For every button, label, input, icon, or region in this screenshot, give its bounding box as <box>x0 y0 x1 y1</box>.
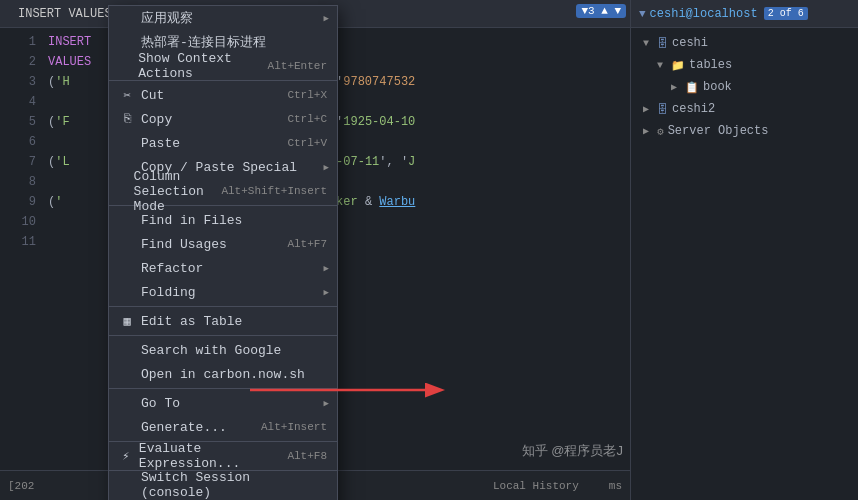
menu-item-goto[interactable]: Go To <box>109 391 337 415</box>
context-menu: 应用观察 热部署-连接目标进程 Show Context Actions Alt… <box>108 5 338 500</box>
edit-table-icon: ▦ <box>119 314 135 329</box>
book-label: book <box>703 80 732 94</box>
copy-icon: ⎘ <box>119 112 135 126</box>
menu-item-copy[interactable]: ⎘ Copy Ctrl+C <box>109 107 337 131</box>
evaluate-icon: ⚡ <box>119 449 133 464</box>
tree-arrow-book: ▶ <box>671 81 685 93</box>
menu-label: Column Selection Mode <box>134 169 222 214</box>
menu-label: Cut <box>141 88 164 103</box>
menu-label: Folding <box>141 285 196 300</box>
server-objects-icon: ⚙ <box>657 125 664 138</box>
separator-3 <box>109 306 337 307</box>
menu-label: Edit as Table <box>141 314 242 329</box>
tree-arrow-server-objects: ▶ <box>643 125 657 137</box>
status-text: [202 <box>8 480 34 492</box>
server-objects-label: Server Objects <box>668 124 769 138</box>
menu-item-refactor[interactable]: Refactor <box>109 256 337 280</box>
status-ms: ms <box>609 480 622 492</box>
watermark-text: 知乎 @程序员老J <box>522 443 623 458</box>
menu-item-find-files[interactable]: Find in Files <box>109 208 337 232</box>
menu-item-find-usages[interactable]: Find Usages Alt+F7 <box>109 232 337 256</box>
menu-item-evaluate[interactable]: ⚡ Evaluate Expression... Alt+F8 <box>109 444 337 468</box>
ceshi-db-icon: 🗄 <box>657 37 668 50</box>
shortcut-label: Ctrl+C <box>287 113 327 125</box>
menu-label: 热部署-连接目标进程 <box>141 33 266 51</box>
menu-item-edit-as-table[interactable]: ▦ Edit as Table <box>109 309 337 333</box>
connection-label: ceshi@localhost <box>650 7 758 21</box>
tree-item-ceshi2[interactable]: ▶ 🗄 ceshi2 <box>631 98 858 120</box>
ceshi2-label: ceshi2 <box>672 102 715 116</box>
menu-label: Open in carbon.now.sh <box>141 367 305 382</box>
tree-item-ceshi[interactable]: ▼ 🗄 ceshi <box>631 32 858 54</box>
menu-label: Switch Session (console) <box>141 470 327 500</box>
db-tree: ▼ 🗄 ceshi ▼ 📁 tables ▶ 📋 book ▶ 🗄 ceshi2 <box>631 28 858 146</box>
menu-label: Generate... <box>141 420 227 435</box>
menu-label: Show Context Actions <box>138 51 267 81</box>
menu-item-apply-observe[interactable]: 应用观察 <box>109 6 337 30</box>
tables-icon: 📁 <box>671 59 685 72</box>
menu-item-show-context[interactable]: Show Context Actions Alt+Enter <box>109 54 337 78</box>
version-badge-label: ▼3 ▲ ▼ <box>581 5 621 17</box>
tree-arrow-ceshi2: ▶ <box>643 103 657 115</box>
line-numbers: 1 2 3 4 5 6 7 8 9 10 11 <box>0 28 40 470</box>
menu-label: Refactor <box>141 261 203 276</box>
local-history-label: Local History <box>493 480 579 492</box>
cut-icon: ✂ <box>119 88 135 103</box>
tree-item-book[interactable]: ▶ 📋 book <box>631 76 858 98</box>
editor-tab[interactable]: INSERT VALUES <box>8 7 122 21</box>
menu-item-search-google[interactable]: Search with Google <box>109 338 337 362</box>
menu-label: Paste <box>141 136 180 151</box>
menu-item-column-selection[interactable]: Column Selection Mode Alt+Shift+Insert <box>109 179 337 203</box>
menu-item-generate[interactable]: Generate... Alt+Insert <box>109 415 337 439</box>
watermark: 知乎 @程序员老J <box>522 442 623 460</box>
menu-label: Find in Files <box>141 213 242 228</box>
menu-label: Find Usages <box>141 237 227 252</box>
tables-label: tables <box>689 58 732 72</box>
tree-arrow-tables: ▼ <box>657 60 671 71</box>
ceshi-label: ceshi <box>672 36 708 50</box>
separator-4 <box>109 335 337 336</box>
shortcut-label: Alt+F7 <box>287 238 327 250</box>
separator-5 <box>109 388 337 389</box>
connection-badge: 2 of 6 <box>764 7 808 20</box>
menu-item-folding[interactable]: Folding <box>109 280 337 304</box>
tree-arrow-ceshi: ▼ <box>643 38 657 49</box>
menu-label: Copy <box>141 112 172 127</box>
db-connection-header: ▼ ceshi@localhost 2 of 6 <box>631 0 858 28</box>
menu-item-paste[interactable]: Paste Ctrl+V <box>109 131 337 155</box>
shortcut-label: Ctrl+V <box>287 137 327 149</box>
menu-label: 应用观察 <box>141 9 193 27</box>
menu-item-cut[interactable]: ✂ Cut Ctrl+X <box>109 83 337 107</box>
tree-item-server-objects[interactable]: ▶ ⚙ Server Objects <box>631 120 858 142</box>
shortcut-label: Alt+Shift+Insert <box>221 185 327 197</box>
menu-label: Go To <box>141 396 180 411</box>
menu-label: Evaluate Expression... <box>139 441 288 471</box>
menu-item-switch-session[interactable]: Switch Session (console) <box>109 473 337 497</box>
tree-item-tables[interactable]: ▼ 📁 tables <box>631 54 858 76</box>
shortcut-label: Alt+Enter <box>268 60 327 72</box>
ceshi2-db-icon: 🗄 <box>657 103 668 116</box>
menu-item-carbon[interactable]: Open in carbon.now.sh <box>109 362 337 386</box>
book-table-icon: 📋 <box>685 81 699 94</box>
version-badge: ▼3 ▲ ▼ <box>576 4 626 18</box>
shortcut-label: Alt+F8 <box>287 450 327 462</box>
menu-label: Search with Google <box>141 343 281 358</box>
db-tree-panel: ▼ ceshi@localhost 2 of 6 ▼ 🗄 ceshi ▼ 📁 t… <box>630 0 858 500</box>
shortcut-label: Ctrl+X <box>287 89 327 101</box>
shortcut-label: Alt+Insert <box>261 421 327 433</box>
